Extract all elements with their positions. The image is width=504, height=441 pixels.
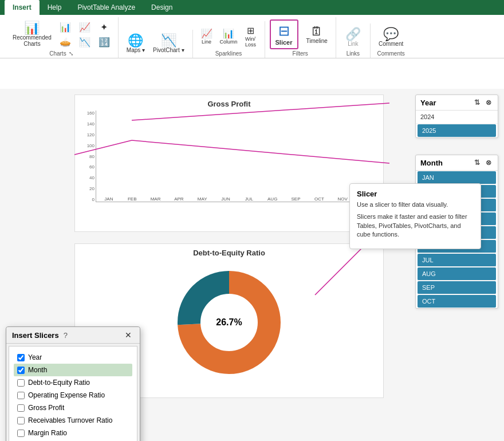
bar-aug: AUG: [262, 195, 283, 202]
area-chart-button[interactable]: 📉: [76, 35, 94, 49]
group-links-label: Links: [346, 50, 360, 57]
pivotchart-label: PivotChart ▾: [153, 47, 184, 53]
tooltip-line2: Slicers make it faster and easier to fil…: [357, 212, 474, 239]
combo-button[interactable]: 🔢: [95, 35, 113, 49]
bar-chart: 0 20 40 60 80 100 120 140 160 JAN FEB MA…: [80, 111, 379, 219]
winloss-button[interactable]: ⊞ Win/Loss: [242, 23, 260, 49]
year-slicer-filter-icon[interactable]: ⊗: [484, 98, 493, 107]
month-slicer-icons: ⇅ ⊗: [472, 158, 493, 167]
line-chart-button[interactable]: 📈: [76, 20, 94, 34]
month-item-jul[interactable]: JUL: [418, 254, 496, 267]
recommended-charts-label: RecommendedCharts: [13, 34, 52, 47]
month-item-aug[interactable]: AUG: [418, 267, 496, 281]
checkbox-op-expense[interactable]: Operating Expense Ratio: [14, 389, 132, 401]
area-chart-icon: 📉: [79, 37, 90, 48]
filter-buttons: ⊟ Slicer 🗓 Timeline: [270, 19, 331, 49]
pie-chart-button[interactable]: 🥧: [56, 35, 74, 49]
group-links: 🔗 Link Links: [336, 23, 371, 58]
bar-jul: JUL: [239, 195, 259, 202]
month-slicer-filter-icon[interactable]: ⊗: [484, 158, 493, 167]
charts-expand-icon[interactable]: ⤡: [69, 50, 73, 57]
links-buttons: 🔗 Link: [341, 26, 364, 49]
maps-label: Maps ▾: [127, 47, 145, 53]
tab-help[interactable]: Help: [40, 0, 70, 15]
recommended-charts-icon: 📊: [24, 22, 40, 34]
year-item-2024[interactable]: 2024: [416, 111, 498, 124]
sparklines-buttons: 📈 Line 📊 Column ⊞ Win/Loss: [198, 23, 260, 49]
checkbox-recv-turnover-input[interactable]: [17, 417, 25, 424]
month-slicer-sort-icon[interactable]: ⇅: [472, 158, 482, 167]
month-item-jan[interactable]: JAN: [418, 171, 496, 184]
month-item-sep[interactable]: SEP: [418, 281, 496, 294]
bar-sep: SEP: [286, 195, 306, 202]
checkbox-month[interactable]: Month: [14, 364, 132, 376]
dialog-titlebar-left: Insert Slicers ?: [12, 331, 68, 340]
group-recommended-charts: 📊 RecommendedCharts 📊 🥧 📈 📉 ✦ 🔢 Charts: [5, 17, 119, 58]
checkbox-op-expense-input[interactable]: [17, 392, 25, 399]
dialog-help-icon[interactable]: ?: [64, 331, 68, 340]
bar-oct: OCT: [309, 195, 329, 202]
group-sparklines: 📈 Line 📊 Column ⊞ Win/Loss Sparklines: [193, 21, 265, 58]
winloss-icon: ⊞: [247, 25, 254, 36]
group-maps-pivot: 🌐 Maps ▾ 📉 PivotChart ▾: [119, 30, 193, 58]
bar-jan: JAN: [99, 195, 119, 202]
bar-chart-icon: 📊: [60, 22, 71, 33]
column-spark-icon: 📊: [223, 28, 234, 39]
checkbox-month-label: Month: [28, 366, 47, 374]
recommended-charts-buttons: 📊 RecommendedCharts 📊 🥧 📈 📉 ✦ 🔢: [9, 19, 113, 49]
line-spark-icon: 📈: [201, 28, 212, 39]
checkbox-gross-profit-input[interactable]: [17, 404, 25, 412]
checkbox-margin-ratio[interactable]: Margin Ratio: [14, 427, 132, 439]
pie-chart-icon: 🥧: [60, 37, 71, 48]
year-item-2025[interactable]: 2025: [418, 124, 496, 137]
tab-pivottable-analyze[interactable]: PivotTable Analyze: [69, 0, 143, 15]
checkbox-debt-equity-label: Debt-to-Equity Ratio: [28, 379, 90, 387]
year-slicer-title: Year: [420, 99, 436, 107]
line-spark-button[interactable]: 📈 Line: [198, 26, 216, 46]
ribbon-tab-bar: Insert Help PivotTable Analyze Design: [0, 0, 504, 15]
column-spark-button[interactable]: 📊 Column: [217, 26, 241, 46]
dialog-body: Year Month Debt-to-Equity Ratio Operatin…: [9, 346, 137, 441]
tooltip-title: Slicer: [357, 190, 474, 198]
bar-chart-inner: JAN FEB MAR APR MAY JUN JUL AUG SEP OCT …: [96, 111, 379, 202]
bar-mar: MAR: [145, 195, 166, 202]
checkbox-margin-ratio-label: Margin Ratio: [28, 429, 67, 437]
tooltip-line1: Use a slicer to filter data visually.: [357, 200, 474, 209]
checkbox-recv-turnover[interactable]: Receivables Turnover Ratio: [14, 414, 132, 427]
checkbox-gross-profit[interactable]: Gross Profit: [14, 401, 132, 414]
bar-feb: FEB: [122, 195, 143, 202]
checkbox-debt-equity[interactable]: Debt-to-Equity Ratio: [14, 376, 132, 389]
checkbox-year[interactable]: Year: [14, 351, 132, 364]
checkbox-margin-ratio-input[interactable]: [17, 430, 25, 437]
tab-design[interactable]: Design: [143, 0, 180, 15]
link-button[interactable]: 🔗 Link: [341, 26, 364, 49]
group-filters-label: Filters: [293, 50, 308, 57]
comment-label: Comment: [379, 41, 403, 47]
recommended-charts-button[interactable]: 📊 RecommendedCharts: [9, 19, 55, 49]
group-filters: ⊟ Slicer 🗓 Timeline Filters: [265, 17, 336, 58]
checkbox-year-label: Year: [28, 353, 42, 361]
group-comments: 💬 Comment Comments: [371, 23, 411, 58]
column-spark-label: Column: [220, 39, 238, 45]
timeline-icon: 🗓: [310, 25, 323, 38]
donut-chart-title: Debt-to-Equity Ratio: [80, 249, 379, 257]
bar-chart-button[interactable]: 📊: [56, 20, 74, 34]
tab-insert[interactable]: Insert: [5, 0, 40, 15]
comment-button[interactable]: 💬 Comment: [375, 26, 407, 49]
dialog-close-button[interactable]: ✕: [123, 330, 134, 340]
winloss-label: Win/Loss: [245, 36, 256, 48]
month-item-oct[interactable]: OCT: [418, 295, 496, 308]
checkbox-month-input[interactable]: [17, 367, 25, 374]
line-spark-label: Line: [202, 39, 211, 45]
year-slicer-sort-icon[interactable]: ⇅: [472, 98, 482, 107]
scatter-button[interactable]: ✦: [95, 20, 113, 34]
checkbox-debt-equity-input[interactable]: [17, 379, 25, 387]
timeline-button[interactable]: 🗓 Timeline: [303, 23, 331, 46]
slicer-button[interactable]: ⊟ Slicer: [270, 19, 298, 49]
checkbox-gross-profit-label: Gross Profit: [28, 404, 64, 412]
slicer-tooltip: Slicer Use a slicer to filter data visua…: [349, 183, 481, 249]
checkbox-year-input[interactable]: [17, 354, 25, 361]
maps-button[interactable]: 🌐 Maps ▾: [123, 32, 148, 56]
pivotchart-button[interactable]: 📉 PivotChart ▾: [149, 32, 187, 56]
timeline-label: Timeline: [306, 38, 328, 44]
